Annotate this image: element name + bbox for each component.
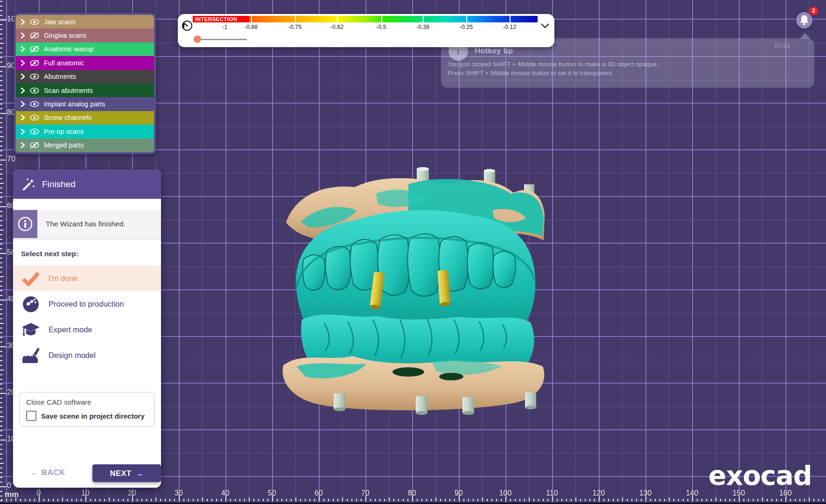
wizard-option-expert-mode[interactable]: Expert mode: [13, 317, 161, 343]
chevron-right-icon[interactable]: [21, 142, 25, 148]
notifications-bell-button[interactable]: [796, 12, 812, 28]
layer-row-full-anatomic[interactable]: Full anatomic: [16, 56, 154, 70]
eye-hidden-icon[interactable]: [29, 141, 40, 149]
layer-label: Screw channels: [44, 114, 91, 121]
wizard-panel: Finished The Wizard has finished. Select…: [13, 169, 161, 488]
close-cad-group: Close CAD software Save scene in project…: [19, 392, 154, 427]
eye-visible-icon[interactable]: [29, 100, 40, 108]
colorbar-slider-handle[interactable]: [194, 35, 201, 43]
back-button[interactable]: ← BACK: [31, 468, 65, 477]
eye-visible-icon[interactable]: [29, 114, 40, 121]
notification-body-line2: Press SHIFT + Middle mouse button to set…: [448, 70, 614, 77]
colorbar-separator: [381, 16, 382, 22]
save-scene-checkbox[interactable]: [26, 411, 36, 421]
colorbar-separator: [337, 16, 338, 22]
colorbar-tick-label: -0.75: [288, 24, 302, 30]
intersection-colorbar-panel: INTERSECTION -1-0.88-0.75-0.62-0.5-0.38-…: [178, 14, 554, 47]
colorbar-title-badge: INTERSECTION: [193, 16, 249, 22]
intersection-gradient-bar: INTERSECTION: [193, 16, 538, 22]
layer-row-pre-op-scans[interactable]: Pre-op scans: [16, 125, 154, 138]
ruler-bottom-number: 30: [175, 489, 183, 497]
ruler-bottom-number: 130: [639, 489, 652, 497]
layer-label: Gingiva scans: [44, 32, 86, 39]
eye-hidden-icon[interactable]: [29, 59, 40, 67]
layer-label: Full anatomic: [44, 59, 84, 67]
layer-row-abutments[interactable]: Abutments: [16, 70, 154, 84]
colorbar-tick-label: -0.12: [503, 24, 517, 30]
layer-row-anatomic-waxup[interactable]: Anatomic waxup: [16, 42, 154, 56]
layer-row-jaw-scans[interactable]: Jaw scans: [16, 15, 154, 28]
chevron-right-icon[interactable]: [21, 46, 25, 52]
wizard-option-label: Design model: [49, 351, 96, 360]
ruler-bottom-number: 60: [315, 489, 323, 497]
wizard-title: Finished: [42, 179, 76, 189]
layer-row-scan-abutments[interactable]: Scan abutments: [16, 84, 154, 97]
notification-count-badge: 2: [809, 7, 818, 15]
colorbar-slider-track[interactable]: [197, 39, 247, 40]
ruler-bottom-number: 0: [37, 489, 41, 497]
layer-label: Abutments: [44, 73, 76, 80]
wizard-option-label: I'm done: [49, 274, 78, 283]
ruler-bottom-number: 50: [268, 489, 276, 497]
chevron-down-icon[interactable]: [541, 23, 549, 29]
ruler-left-number: 0: [7, 482, 11, 490]
eye-hidden-icon[interactable]: [29, 45, 40, 53]
layer-label: Jaw scans: [44, 18, 76, 26]
ruler-left-number: 70: [7, 155, 15, 163]
wizard-prompt: Select next step:: [21, 250, 78, 258]
wizard-options-list: I'm doneProceed to productionExpert mode…: [13, 266, 161, 368]
layer-row-gingiva-scans[interactable]: Gingiva scans: [16, 28, 154, 42]
layer-row-merged-parts[interactable]: Merged parts: [16, 139, 154, 152]
save-scene-row[interactable]: Save scene in project directory: [26, 411, 154, 421]
exocad-app: { "app": { "logo_text": "exocad" }, "lay…: [0, 0, 826, 504]
wizard-option-i-m-done[interactable]: I'm done: [13, 266, 161, 291]
chevron-right-icon[interactable]: [21, 32, 25, 39]
ruler-bottom-number: 80: [408, 489, 416, 497]
next-button[interactable]: NEXT →: [92, 464, 161, 482]
colorbar-separator: [423, 16, 424, 22]
magic-wand-icon: [21, 177, 35, 191]
chevron-right-icon[interactable]: [21, 87, 25, 94]
eye-visible-icon[interactable]: [29, 18, 40, 26]
layer-row-implant-analog-parts[interactable]: Implant analog parts: [16, 97, 154, 111]
colorbar-tick-label: -0.62: [330, 24, 344, 30]
notification-timestamp: 07:01: [775, 42, 790, 49]
info-icon: [17, 216, 33, 232]
layer-label: Pre-op scans: [44, 128, 84, 135]
layers-panel: Jaw scansGingiva scansAnatomic waxupFull…: [14, 13, 156, 154]
wizard-header: Finished: [13, 169, 161, 199]
check-icon: [21, 271, 41, 286]
eye-visible-icon[interactable]: [29, 87, 40, 94]
notification-body-line1: You just clicked SHIFT + Middle mouse bu…: [448, 61, 658, 68]
layer-label: Scan abutments: [44, 87, 93, 94]
ruler-bottom-number: 110: [546, 489, 558, 497]
wizard-option-design-model[interactable]: Design model: [13, 343, 161, 368]
colorbar-tick-label: -0.25: [460, 24, 473, 30]
chevron-right-icon[interactable]: [21, 101, 25, 107]
eye-visible-icon[interactable]: [29, 73, 40, 80]
wizard-message: The Wizard has finished.: [37, 220, 126, 228]
chevron-right-icon[interactable]: [21, 19, 25, 25]
dental-model-3d-viewport[interactable]: [268, 166, 560, 415]
gauge-icon[interactable]: [182, 20, 193, 31]
wizard-option-proceed-to-production[interactable]: Proceed to production: [13, 291, 161, 317]
chevron-right-icon[interactable]: [21, 73, 25, 80]
chevron-right-icon[interactable]: [21, 114, 25, 121]
layer-row-screw-channels[interactable]: Screw channels: [16, 111, 154, 125]
ruler-bottom-number: 20: [128, 489, 136, 497]
design-icon: [21, 347, 41, 364]
colorbar-separator: [466, 16, 467, 22]
colorbar-tick-label: -0.38: [416, 24, 430, 30]
expert-icon: [21, 322, 41, 338]
layer-label: Merged parts: [44, 141, 84, 149]
eye-hidden-icon[interactable]: [29, 32, 40, 39]
eye-visible-icon[interactable]: [29, 128, 40, 135]
chevron-right-icon[interactable]: [21, 128, 25, 135]
colorbar-tick-label: -0.5: [376, 24, 386, 30]
chevron-right-icon[interactable]: [21, 60, 25, 66]
exocad-logo: exocad: [708, 460, 812, 491]
close-cad-label: Close CAD software: [26, 398, 154, 406]
layer-label: Anatomic waxup: [44, 45, 93, 53]
ruler-bottom-number: 140: [686, 489, 699, 497]
ruler-bottom-number: 120: [593, 489, 605, 497]
